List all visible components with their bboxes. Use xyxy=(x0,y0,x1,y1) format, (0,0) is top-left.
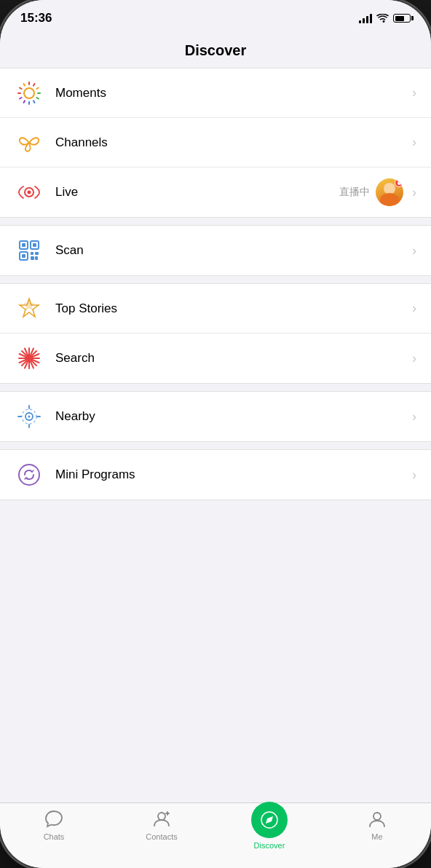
scan-icon xyxy=(15,236,44,265)
channels-icon xyxy=(15,128,44,157)
discover-icon xyxy=(251,802,288,838)
miniprograms-label: Mini Programs xyxy=(55,467,409,482)
nav-item-chats[interactable]: Chats xyxy=(0,809,108,841)
menu-section-3: Top Stories › xyxy=(0,283,431,384)
svg-point-14 xyxy=(28,191,31,194)
menu-item-channels[interactable]: Channels › xyxy=(0,118,431,167)
moments-right: › xyxy=(409,85,416,100)
nearby-chevron: › xyxy=(412,409,416,425)
status-icons xyxy=(359,13,411,23)
menu-item-moments[interactable]: Moments › xyxy=(0,68,431,118)
status-time: 15:36 xyxy=(20,11,52,25)
search-chevron: › xyxy=(412,351,416,366)
menu-item-scan[interactable]: Scan › xyxy=(0,226,431,275)
moments-chevron: › xyxy=(412,85,416,100)
scan-label: Scan xyxy=(55,243,409,258)
me-nav-label: Me xyxy=(371,832,382,841)
svg-rect-6 xyxy=(33,100,36,103)
chat-icon xyxy=(44,809,64,829)
svg-rect-12 xyxy=(23,82,25,86)
live-right: 直播中 › xyxy=(339,178,416,206)
moments-label: Moments xyxy=(55,86,409,100)
menu-section-5: Mini Programs › xyxy=(0,449,431,500)
menu-item-topstories[interactable]: Top Stories › xyxy=(0,284,431,334)
battery-icon xyxy=(393,14,411,23)
content-spacer xyxy=(0,500,431,802)
svg-rect-9 xyxy=(19,96,23,99)
page-title-bar: Discover xyxy=(0,36,431,68)
chats-nav-label: Chats xyxy=(44,832,65,841)
channels-label: Channels xyxy=(55,135,409,150)
svg-rect-4 xyxy=(37,92,41,94)
search-label: Search xyxy=(55,351,409,366)
svg-marker-45 xyxy=(266,816,273,824)
svg-rect-20 xyxy=(22,254,25,258)
live-badge: 直播中 xyxy=(339,186,370,199)
live-dot xyxy=(395,178,403,187)
live-avatar xyxy=(376,178,403,206)
moments-icon xyxy=(15,79,44,108)
miniprograms-right: › xyxy=(409,467,416,483)
svg-rect-8 xyxy=(23,100,25,103)
menu-item-nearby[interactable]: Nearby › xyxy=(0,392,431,441)
discover-nav-label: Discover xyxy=(254,841,285,850)
menu-item-search[interactable]: Search › xyxy=(0,334,431,383)
menu-item-miniprograms[interactable]: Mini Programs › xyxy=(0,450,431,500)
svg-rect-11 xyxy=(19,87,23,90)
phone-frame: 15:36 xyxy=(0,0,431,868)
live-label: Live xyxy=(55,185,339,200)
nearby-right: › xyxy=(409,409,416,425)
miniprograms-icon xyxy=(15,460,44,489)
live-chevron: › xyxy=(412,185,416,200)
svg-rect-7 xyxy=(28,101,30,105)
topstories-chevron: › xyxy=(412,301,416,316)
svg-rect-18 xyxy=(33,243,36,247)
screen: 15:36 xyxy=(0,0,431,868)
menu-section-4: Nearby › xyxy=(0,391,431,442)
contacts-icon xyxy=(151,809,172,829)
topstories-icon xyxy=(15,294,44,323)
nav-item-me[interactable]: Me xyxy=(323,809,431,841)
channels-chevron: › xyxy=(412,135,416,150)
svg-rect-2 xyxy=(33,82,36,86)
svg-point-34 xyxy=(28,416,31,418)
contacts-nav-label: Contacts xyxy=(146,832,177,841)
svg-rect-22 xyxy=(35,252,39,255)
search-right: › xyxy=(409,351,416,366)
svg-rect-10 xyxy=(17,92,21,94)
svg-rect-21 xyxy=(31,252,33,255)
topstories-right: › xyxy=(409,301,416,316)
menu-item-live[interactable]: Live 直播中 › xyxy=(0,167,431,217)
svg-point-46 xyxy=(373,813,381,820)
menu-section-1: Moments › Channels › xyxy=(0,68,431,218)
wifi-icon xyxy=(376,14,389,23)
live-icon xyxy=(15,178,44,207)
svg-rect-5 xyxy=(36,96,39,99)
menu-section-2: Scan › xyxy=(0,225,431,276)
page-title: Discover xyxy=(185,42,247,58)
svg-point-40 xyxy=(19,465,39,485)
nearby-label: Nearby xyxy=(55,409,409,424)
svg-point-0 xyxy=(24,88,34,98)
nearby-icon xyxy=(15,402,44,431)
topstories-label: Top Stories xyxy=(55,301,409,316)
status-bar: 15:36 xyxy=(0,0,431,36)
search-icon xyxy=(15,344,44,373)
scan-right: › xyxy=(409,243,416,259)
svg-point-41 xyxy=(158,813,165,820)
channels-right: › xyxy=(409,135,416,150)
svg-rect-24 xyxy=(35,256,38,260)
miniprograms-chevron: › xyxy=(412,467,416,483)
bottom-nav: Chats Contacts xyxy=(0,802,431,868)
nav-item-contacts[interactable]: Contacts xyxy=(108,809,216,841)
svg-rect-16 xyxy=(22,243,25,247)
scan-chevron: › xyxy=(412,243,416,259)
svg-rect-3 xyxy=(36,87,39,90)
me-icon xyxy=(367,809,387,829)
svg-rect-23 xyxy=(31,256,34,260)
svg-rect-1 xyxy=(28,82,30,85)
nav-item-discover[interactable]: Discover xyxy=(216,809,323,850)
signal-icon xyxy=(359,13,372,23)
